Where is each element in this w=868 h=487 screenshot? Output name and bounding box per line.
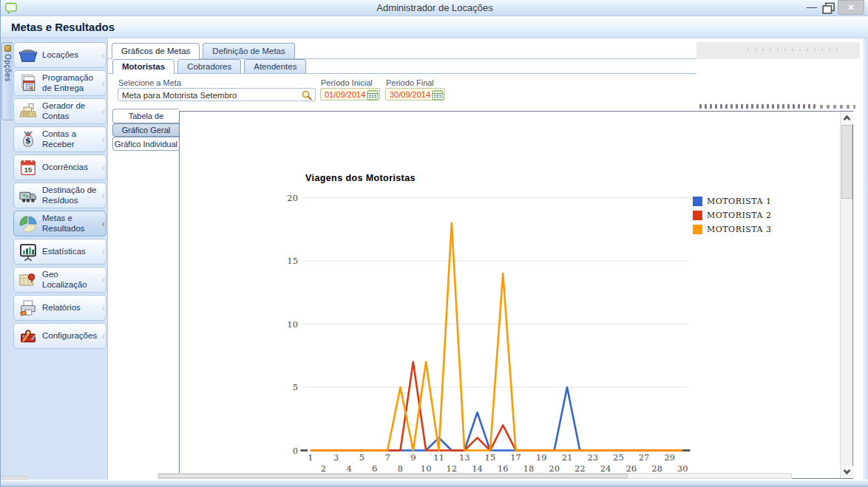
sidebar-item-destinacao-de-residuos[interactable]: Destinação de Resíduos‹ xyxy=(13,183,106,208)
search-icon[interactable] xyxy=(301,89,313,101)
view-tab-grafico-geral[interactable]: Gráfico Geral xyxy=(112,123,179,137)
svg-text:10: 10 xyxy=(287,319,298,330)
svg-text:4: 4 xyxy=(346,463,351,474)
legend-label: MOTORISTA 3 xyxy=(707,225,771,234)
sidebar-item-label: Locações xyxy=(42,50,106,61)
subtab-cobradores[interactable]: Cobradores xyxy=(177,59,241,73)
tab-definicao-de-metas[interactable]: Definição de Metas xyxy=(203,43,294,58)
svg-text:10: 10 xyxy=(421,463,432,474)
chevron-left-icon: ‹ xyxy=(102,50,105,61)
sidebar-item-label: Configurações xyxy=(42,331,106,341)
scrollbar-thumb[interactable] xyxy=(159,474,628,478)
pie-chart-icon xyxy=(14,213,42,235)
sidebar-item-relatorios[interactable]: Relatórios‹ xyxy=(13,295,106,321)
window-border xyxy=(863,38,868,480)
sidebar-item-estatisticas[interactable]: Estatísticas‹ xyxy=(13,239,106,265)
render-artifact xyxy=(699,104,818,109)
svg-text:25: 25 xyxy=(613,452,624,463)
page-title: Metas e Resultados xyxy=(11,21,115,33)
svg-text:7: 7 xyxy=(384,452,390,463)
scroll-down-arrow[interactable] xyxy=(841,466,853,478)
sidebar-item-ocorrencias[interactable]: 15Ocorrências‹ xyxy=(13,154,106,180)
svg-text:27: 27 xyxy=(639,452,650,463)
legend-label: MOTORISTA 2 xyxy=(707,211,771,220)
sidebar-menu: Locações‹Programação de Entrega‹Gerador … xyxy=(13,42,106,351)
geo-map-pin-icon xyxy=(14,269,42,291)
chart-legend: MOTORISTA 1MOTORISTA 2MOTORISTA 3 xyxy=(693,194,771,236)
main-tab-bar: Gráficos de MetasDefinição de Metas xyxy=(112,43,298,59)
options-vertical-tab[interactable]: Opções xyxy=(1,42,13,120)
sidebar-item-contas-a-receber[interactable]: $Contas a Receber‹ xyxy=(13,126,106,152)
sidebar-item-label: Gerador de Contas xyxy=(42,101,106,122)
view-tab-tabela-de-resultados[interactable]: Tabela de Resultados xyxy=(112,109,179,123)
meta-input[interactable]: Meta para Motorista Setembro xyxy=(118,88,316,101)
subtab-atendentes[interactable]: Atendentes xyxy=(244,59,306,73)
chevron-left-icon: ‹ xyxy=(102,330,105,341)
legend-item: MOTORISTA 3 xyxy=(693,222,771,236)
legend-label: MOTORISTA 1 xyxy=(707,197,771,206)
restore-button[interactable] xyxy=(821,2,836,14)
sidebar-item-configuracoes[interactable]: Configurações‹ xyxy=(13,323,106,349)
application-window: Administrador de Locações — ✕ Metas e Re… xyxy=(0,0,868,487)
chevron-left-icon: ‹ xyxy=(102,274,105,285)
period-start-label: Período Inicial xyxy=(321,78,373,87)
tab-graficos-de-metas[interactable]: Gráficos de Metas xyxy=(112,43,200,59)
svg-text:3: 3 xyxy=(333,452,339,463)
horizontal-scrollbar[interactable] xyxy=(157,473,792,479)
calendar-icon[interactable] xyxy=(367,89,379,101)
page-header: Metas e Resultados xyxy=(1,16,868,38)
chevron-left-icon: ‹ xyxy=(102,162,105,173)
sub-tab-bar: MotoristasCobradoresAtendentes xyxy=(112,59,309,74)
options-tab-label: Opções xyxy=(4,54,12,81)
sidebar-item-label: Destinação de Resíduos xyxy=(42,185,106,206)
svg-text:11: 11 xyxy=(433,452,444,463)
chevron-up-icon xyxy=(844,115,851,123)
sidebar-item-label: Relatórios xyxy=(42,303,106,313)
sidebar-item-gerador-de-contas[interactable]: Gerador de Contas‹ xyxy=(13,98,106,124)
vertical-scrollbar[interactable] xyxy=(840,112,852,478)
chevron-left-icon: ‹ xyxy=(102,78,105,89)
sidebar-item-locacoes[interactable]: Locações‹ xyxy=(13,42,106,68)
legend-swatch xyxy=(693,197,702,206)
svg-text:29: 29 xyxy=(664,452,675,463)
calendar-icon[interactable] xyxy=(432,89,444,101)
svg-text:21: 21 xyxy=(562,452,573,463)
sidebar-item-geo-localizacao[interactable]: Geo Localização‹ xyxy=(13,267,106,293)
sidebar-item-label: Programação de Entrega xyxy=(42,73,106,94)
delivery-calendar-icon xyxy=(14,72,42,95)
cash-register-icon xyxy=(14,101,42,123)
svg-text:17: 17 xyxy=(510,452,521,463)
svg-text:9: 9 xyxy=(410,452,416,463)
sidebar-item-programacao-de-entrega[interactable]: Programação de Entrega‹ xyxy=(13,70,106,96)
svg-text:8: 8 xyxy=(398,463,403,474)
minimize-button[interactable]: — xyxy=(804,1,820,15)
view-tab-grafico-individual[interactable]: Gráfico Individual xyxy=(112,137,179,151)
legend-swatch xyxy=(693,211,702,220)
svg-text:14: 14 xyxy=(472,463,483,474)
svg-text:20: 20 xyxy=(287,193,298,203)
series-line xyxy=(311,223,682,451)
render-artifact xyxy=(747,49,844,51)
svg-text:$: $ xyxy=(25,136,30,145)
svg-text:16: 16 xyxy=(498,463,509,474)
svg-text:12: 12 xyxy=(447,463,458,474)
calendar-15-icon: 15 xyxy=(14,157,42,179)
svg-text:2: 2 xyxy=(321,463,326,474)
close-button[interactable]: ✕ xyxy=(838,0,864,15)
toolbox-icon xyxy=(14,325,42,347)
svg-text:28: 28 xyxy=(651,463,662,474)
svg-text:13: 13 xyxy=(459,452,470,463)
scrollbar-thumb[interactable] xyxy=(841,125,852,199)
series-line xyxy=(311,387,682,451)
period-end-label: Periodo Final xyxy=(386,78,434,87)
svg-text:18: 18 xyxy=(523,463,535,474)
pencil-icon xyxy=(4,45,11,52)
scroll-up-arrow[interactable] xyxy=(841,112,853,124)
subtab-motoristas[interactable]: Motoristas xyxy=(112,59,174,74)
sidebar-item-metas-e-resultados[interactable]: Metas e Resultados‹ xyxy=(13,211,106,236)
svg-text:23: 23 xyxy=(587,452,598,463)
svg-text:24: 24 xyxy=(600,463,611,474)
svg-text:19: 19 xyxy=(536,452,547,463)
chevron-left-icon: ‹ xyxy=(102,190,105,201)
svg-text:30: 30 xyxy=(677,463,688,474)
